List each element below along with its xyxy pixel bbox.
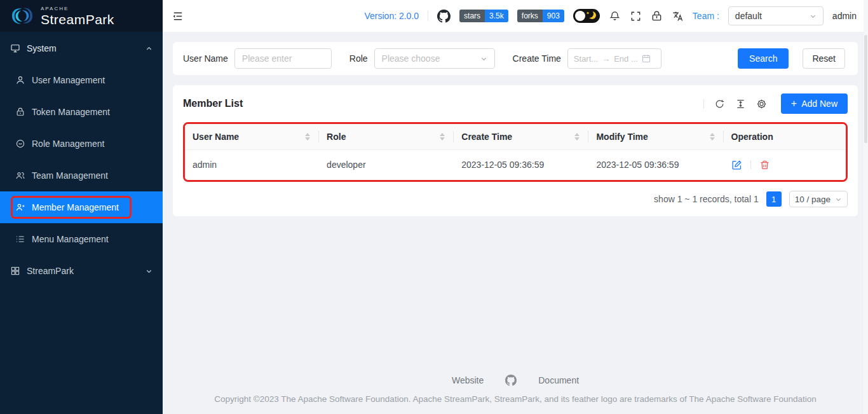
member-list-header: Member List + Add New <box>183 85 848 122</box>
stars-badge[interactable]: stars 3.5k <box>459 10 508 22</box>
sidebar-item-streampark[interactable]: StreamPark <box>0 255 163 287</box>
github-icon[interactable] <box>505 375 517 386</box>
user-name-input[interactable] <box>234 48 332 69</box>
translate-icon[interactable] <box>672 10 684 22</box>
refresh-icon[interactable] <box>714 99 725 109</box>
page-footer: Website Document Copyright ©2023 The Apa… <box>173 363 858 414</box>
team-label: Team : <box>693 11 719 21</box>
stars-badge-value: 3.5k <box>485 10 508 22</box>
team-selected-value: default <box>735 11 804 21</box>
chevron-down-icon <box>480 55 487 62</box>
settings-gear-icon[interactable] <box>756 99 767 109</box>
role-select[interactable]: Please choose <box>374 48 495 69</box>
version-label[interactable]: Version: 2.0.0 <box>364 11 419 21</box>
forks-badge-label: forks <box>517 10 543 22</box>
table-row[interactable]: admin developer 2023-12-05 09:36:59 2023… <box>185 149 846 180</box>
github-icon[interactable] <box>437 10 451 23</box>
team-select[interactable]: default <box>728 6 824 25</box>
sidebar-item-label: Role Management <box>32 139 104 149</box>
edit-icon[interactable] <box>731 160 742 170</box>
add-new-button[interactable]: + Add New <box>781 93 848 114</box>
sidebar-item-member-management[interactable]: Member Management <box>0 191 163 223</box>
menu-fold-icon[interactable] <box>172 10 184 22</box>
column-label: Modify Time <box>596 132 648 142</box>
grid-icon <box>10 266 20 276</box>
cell-modify-time: 2023-12-05 09:36:59 <box>588 149 723 180</box>
chevron-up-icon <box>146 45 153 52</box>
dark-mode-toggle[interactable]: ✦ <box>573 9 600 23</box>
column-header-role[interactable]: Role <box>319 124 454 149</box>
member-table: User Name Role Create Time Modify Time O… <box>185 124 846 180</box>
sorter-icon[interactable] <box>710 133 716 141</box>
team-icon <box>15 170 25 181</box>
brand-name: StreamPark <box>41 13 114 26</box>
sidebar-item-team-management[interactable]: Team Management <box>0 160 163 191</box>
sidebar-item-label: Team Management <box>32 170 108 181</box>
role-select-placeholder: Please choose <box>382 53 475 64</box>
table-toolbar: + Add New <box>703 93 848 114</box>
page-size-select[interactable]: 10 / page <box>789 191 848 207</box>
footer-links: Website Document <box>173 375 858 386</box>
sidebar-item-label: Menu Management <box>32 234 109 244</box>
chevron-down-icon <box>146 268 153 275</box>
fullscreen-icon[interactable] <box>630 10 642 22</box>
filter-bar: User Name Role Please choose Create Time… <box>173 42 858 75</box>
sidebar: APACHE StreamPark System User Management <box>0 0 163 414</box>
column-label: Create Time <box>461 132 512 142</box>
document-link[interactable]: Document <box>538 375 579 385</box>
member-list-card: Member List + Add New <box>173 85 858 216</box>
chevron-down-icon <box>810 13 817 20</box>
scrollbar-thumb[interactable] <box>864 35 867 143</box>
forks-badge[interactable]: forks 903 <box>517 10 564 22</box>
sorter-icon[interactable] <box>440 133 446 141</box>
sidebar-item-label: Member Management <box>32 202 119 212</box>
column-header-modify-time[interactable]: Modify Time <box>588 124 723 149</box>
column-label: Role <box>327 132 346 142</box>
screen-lock-icon[interactable] <box>651 10 663 22</box>
sidebar-item-system[interactable]: System <box>0 36 163 61</box>
page-size-value: 10 / page <box>795 195 831 204</box>
website-link[interactable]: Website <box>452 375 484 385</box>
pagination: show 1 ~ 1 records, total 1 1 10 / page <box>183 191 848 207</box>
system-submenu: User Management Token Management Role Ma… <box>0 61 163 255</box>
divider <box>428 11 428 21</box>
sidebar-item-token-management[interactable]: Token Management <box>0 96 163 128</box>
sidebar-item-label: System <box>27 43 57 53</box>
main-area: Version: 2.0.0 stars 3.5k forks 903 ✦ <box>163 0 868 414</box>
column-height-icon[interactable] <box>735 99 746 109</box>
usergroup-add-icon <box>15 202 25 212</box>
stars-badge-label: stars <box>459 10 485 22</box>
plus-icon: + <box>791 99 797 109</box>
cell-create-time: 2023-12-05 09:36:59 <box>454 149 588 180</box>
delete-icon[interactable] <box>759 160 770 170</box>
column-header-create-time[interactable]: Create Time <box>454 124 588 149</box>
page-number-1[interactable]: 1 <box>766 191 782 207</box>
sidebar-item-role-management[interactable]: Role Management <box>0 128 163 160</box>
annotation-box-table: User Name Role Create Time Modify Time O… <box>183 122 848 182</box>
range-end-placeholder: End ... <box>614 54 638 64</box>
reset-button[interactable]: Reset <box>803 48 845 69</box>
desktop-icon <box>10 43 20 53</box>
sidebar-item-user-management[interactable]: User Management <box>0 64 163 96</box>
current-user[interactable]: admin <box>832 11 857 21</box>
cell-operation <box>724 149 846 180</box>
page-content: User Name Role Please choose Create Time… <box>163 32 868 414</box>
logo-area[interactable]: APACHE StreamPark <box>0 0 163 32</box>
toggle-knob <box>575 11 585 21</box>
cell-user-name: admin <box>185 149 319 180</box>
sidebar-item-menu-management[interactable]: Menu Management <box>0 223 163 255</box>
search-button[interactable]: Search <box>738 48 789 69</box>
sorter-icon[interactable] <box>574 133 581 141</box>
lock-icon <box>15 107 25 117</box>
scrollbar-track[interactable] <box>864 0 868 414</box>
pagination-summary: show 1 ~ 1 records, total 1 <box>654 194 759 204</box>
brand-apache-label: APACHE <box>41 6 114 11</box>
role-label: Role <box>349 53 368 64</box>
range-start-placeholder: Start... <box>574 54 598 64</box>
sorter-icon[interactable] <box>305 133 311 141</box>
create-time-range-picker[interactable]: Start... → End ... <box>567 48 661 69</box>
bell-icon[interactable] <box>609 10 621 22</box>
column-header-user-name[interactable]: User Name <box>185 124 319 149</box>
range-arrow: → <box>602 54 610 64</box>
chevron-down-icon <box>835 196 842 203</box>
